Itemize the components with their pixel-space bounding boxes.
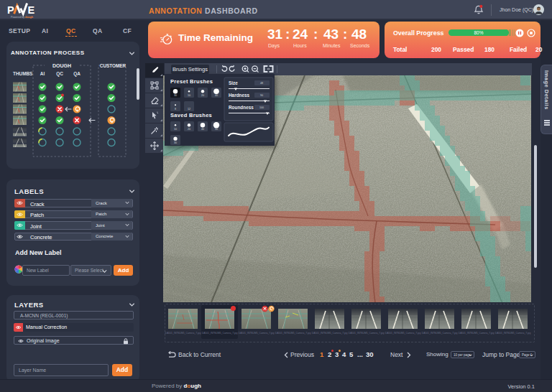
svg-text:DOUGH: DOUGH [52, 63, 71, 68]
svg-text:10: 10 [174, 128, 177, 131]
svg-text:100: 100 [259, 106, 264, 109]
svg-text:CUSTOMER: CUSTOMER [100, 63, 126, 68]
svg-text:THUMBS: THUMBS [13, 71, 33, 76]
svg-text:50: 50 [215, 128, 218, 131]
svg-text:Hardness: Hardness [229, 93, 250, 98]
svg-text:10: 10 [188, 94, 190, 97]
svg-text:12: 12 [188, 108, 190, 111]
svg-text:Roundness: Roundness [229, 105, 254, 110]
svg-text:40: 40 [201, 128, 204, 131]
svg-text:90: 90 [260, 94, 263, 97]
svg-text:20: 20 [188, 128, 190, 131]
svg-text:AI: AI [40, 71, 45, 76]
svg-text:E: E [28, 4, 35, 16]
svg-text:20: 20 [201, 94, 204, 97]
svg-text:48: 48 [260, 82, 263, 85]
svg-text:30: 30 [174, 94, 177, 97]
svg-text:QC: QC [56, 71, 63, 77]
svg-text:8: 8 [175, 108, 176, 111]
svg-text:Saved Brushes: Saved Brushes [170, 112, 212, 118]
svg-text:P: P [7, 4, 14, 16]
svg-text:QA: QA [73, 71, 80, 77]
svg-text:30: 30 [174, 141, 177, 144]
svg-text:Powered by dough: Powered by dough [11, 16, 33, 19]
svg-text:Size: Size [229, 80, 238, 85]
svg-text:40: 40 [215, 94, 218, 97]
svg-text:Preset Brushes: Preset Brushes [170, 78, 213, 85]
